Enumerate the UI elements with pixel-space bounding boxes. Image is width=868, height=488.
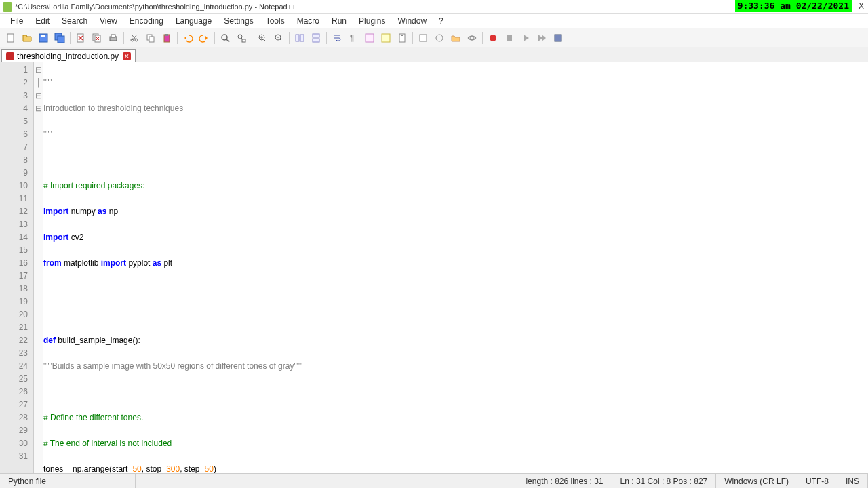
svg-point-33 xyxy=(470,36,474,40)
redo-icon[interactable] xyxy=(197,30,212,45)
toolbar-separator xyxy=(326,32,327,44)
svg-rect-0 xyxy=(7,34,14,42)
svg-rect-23 xyxy=(313,34,319,37)
toolbar-separator xyxy=(214,32,215,44)
menu-tools[interactable]: Tools xyxy=(260,16,291,26)
menu-file[interactable]: File xyxy=(4,16,29,26)
save-macro-icon[interactable] xyxy=(551,30,566,45)
tab-close-icon[interactable]: ✕ xyxy=(123,52,131,60)
window-title: *C:\Users\Lorilla Family\Documents\pytho… xyxy=(15,3,296,11)
save-all-icon[interactable] xyxy=(52,30,67,45)
menu-edit[interactable]: Edit xyxy=(29,16,56,26)
zoom-out-icon[interactable] xyxy=(271,30,286,45)
print-icon[interactable] xyxy=(106,30,121,45)
tab-label: thresholding_introduction.py xyxy=(17,52,119,61)
status-filetype: Python file xyxy=(0,474,136,488)
svg-rect-24 xyxy=(313,39,319,42)
new-file-icon[interactable] xyxy=(3,30,18,45)
menubar: File Edit Search View Encoding Language … xyxy=(0,14,868,28)
record-icon[interactable] xyxy=(486,30,500,45)
menu-run[interactable]: Run xyxy=(326,16,353,26)
status-position: Ln : 31 Col : 8 Pos : 827 xyxy=(612,474,717,488)
undo-icon[interactable] xyxy=(180,30,195,45)
svg-rect-18 xyxy=(242,39,245,42)
svg-rect-30 xyxy=(401,37,403,37)
close-file-icon[interactable] xyxy=(73,30,88,45)
save-icon[interactable] xyxy=(36,30,51,45)
find-icon[interactable] xyxy=(218,30,233,45)
status-insmode[interactable]: INS xyxy=(837,474,868,488)
svg-rect-21 xyxy=(296,35,299,41)
svg-rect-26 xyxy=(366,34,374,42)
status-length: length : 826 lines : 31 xyxy=(517,474,612,488)
docmap-icon[interactable] xyxy=(395,30,410,45)
tabbar: thresholding_introduction.py ✕ xyxy=(0,47,868,62)
menu-search[interactable]: Search xyxy=(56,16,94,26)
svg-rect-28 xyxy=(399,34,405,42)
toolbar: ¶ xyxy=(0,28,868,47)
status-eol[interactable]: Windows (CR LF) xyxy=(716,474,797,488)
tab-modified-icon xyxy=(6,52,14,60)
funclist-icon[interactable] xyxy=(432,30,447,45)
toolbar-separator xyxy=(123,32,124,44)
toolbar-separator xyxy=(482,32,483,44)
menu-window[interactable]: Window xyxy=(391,16,433,26)
toolbar-separator xyxy=(177,32,178,44)
cut-icon[interactable] xyxy=(127,30,142,45)
svg-rect-15 xyxy=(165,34,168,36)
statusbar: Python file length : 826 lines : 31 Ln :… xyxy=(0,473,868,488)
svg-text:¶: ¶ xyxy=(350,33,354,43)
menu-plugins[interactable]: Plugins xyxy=(353,16,391,26)
open-file-icon[interactable] xyxy=(20,30,35,45)
indent-guide-icon[interactable] xyxy=(362,30,377,45)
svg-point-16 xyxy=(222,35,227,40)
replace-icon[interactable] xyxy=(234,30,249,45)
menu-help[interactable]: ? xyxy=(433,16,450,26)
userlang-icon[interactable] xyxy=(378,30,393,45)
play-icon[interactable] xyxy=(518,30,533,45)
svg-rect-27 xyxy=(382,34,390,42)
svg-rect-31 xyxy=(420,35,427,41)
sync-h-icon[interactable] xyxy=(309,30,323,45)
folder-icon[interactable] xyxy=(448,30,463,45)
editor[interactable]: 1234567891011121314151617181920212223242… xyxy=(0,62,868,473)
menu-encoding[interactable]: Encoding xyxy=(123,16,170,26)
paste-icon[interactable] xyxy=(159,30,174,45)
menu-settings[interactable]: Settings xyxy=(218,16,259,26)
svg-point-34 xyxy=(490,35,496,41)
file-tab[interactable]: thresholding_introduction.py ✕ xyxy=(1,49,136,62)
toolbar-separator xyxy=(252,32,252,44)
close-all-icon[interactable] xyxy=(90,30,104,45)
copy-icon[interactable] xyxy=(143,30,158,45)
svg-rect-35 xyxy=(507,35,512,41)
titlebar: *C:\Users\Lorilla Family\Documents\pytho… xyxy=(0,0,868,14)
doclist-icon[interactable] xyxy=(416,30,431,45)
playmulti-icon[interactable] xyxy=(534,30,549,45)
app-icon xyxy=(3,2,12,12)
wordwrap-icon[interactable] xyxy=(330,30,344,45)
status-spacer xyxy=(136,474,517,488)
close-button[interactable]: X xyxy=(859,1,864,11)
svg-point-32 xyxy=(436,35,443,41)
status-encoding[interactable]: UTF-8 xyxy=(797,474,837,488)
menu-macro[interactable]: Macro xyxy=(291,16,326,26)
menu-language[interactable]: Language xyxy=(170,16,218,26)
toolbar-separator xyxy=(289,32,290,44)
code-area[interactable]: """ Introduction to thresholding techniq… xyxy=(43,62,868,473)
zoom-in-icon[interactable] xyxy=(255,30,270,45)
svg-rect-2 xyxy=(41,35,45,37)
fold-column[interactable]: ⊟│⊟⊟ xyxy=(34,62,43,473)
toolbar-separator xyxy=(412,32,413,44)
svg-rect-9 xyxy=(111,35,115,37)
sync-v-icon[interactable] xyxy=(292,30,307,45)
stop-icon[interactable] xyxy=(502,30,517,45)
all-chars-icon[interactable]: ¶ xyxy=(346,30,361,45)
svg-rect-13 xyxy=(149,37,154,42)
svg-rect-36 xyxy=(555,35,561,41)
timestamp-overlay: 9:33:36 am 02/22/2021 xyxy=(735,0,852,12)
svg-rect-22 xyxy=(300,35,304,41)
line-gutter: 1234567891011121314151617181920212223242… xyxy=(0,62,34,473)
svg-rect-29 xyxy=(401,35,403,36)
monitor-icon[interactable] xyxy=(465,30,479,45)
menu-view[interactable]: View xyxy=(94,16,123,26)
